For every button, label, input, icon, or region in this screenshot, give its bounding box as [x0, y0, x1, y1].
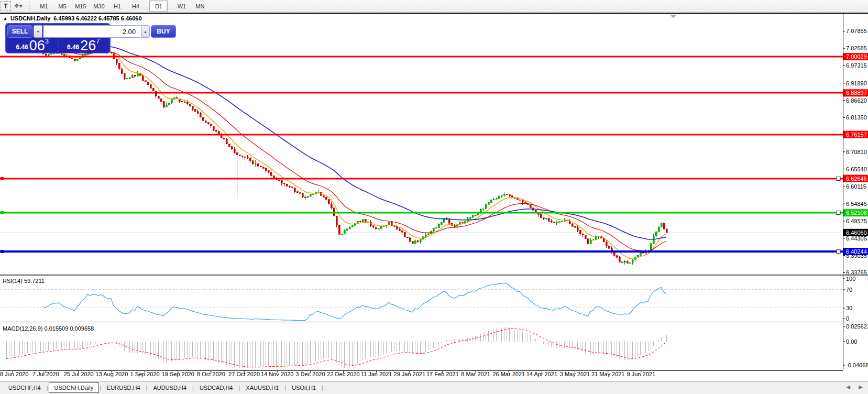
timeframe-m30-button[interactable]: M30 — [90, 1, 108, 12]
svg-text:6.52108: 6.52108 — [846, 210, 867, 216]
tab-scroll-left-icon[interactable]: ◀ — [847, 384, 851, 390]
sell-price-display[interactable]: 6.46 06 3 — [7, 38, 58, 52]
timeframe-h1-button[interactable]: H1 — [108, 1, 126, 12]
svg-text:6.81350: 6.81350 — [846, 114, 867, 121]
svg-text:7 Jul 2020: 7 Jul 2020 — [32, 371, 59, 377]
svg-text:7.07855: 7.07855 — [846, 28, 867, 34]
svg-text:19 Sep 2020: 19 Sep 2020 — [162, 371, 194, 377]
svg-text:100: 100 — [846, 276, 855, 282]
timeframe-w1-button[interactable]: W1 — [172, 1, 191, 12]
price-chart[interactable]: 10070300RSI(14) 59.72110.0256230.00-0.04… — [0, 0, 868, 394]
buy-price-display[interactable]: 6.46 26 7 — [59, 38, 109, 52]
tab-scroll-arrows: ◀ ▶ — [847, 384, 863, 390]
svg-text:27 Oct 2020: 27 Oct 2020 — [228, 371, 260, 377]
svg-text:3 Dec 2020: 3 Dec 2020 — [295, 371, 325, 377]
chart-tab-usdchf[interactable]: USDCHF,H4 — [3, 382, 46, 393]
volume-increase-button[interactable]: ▲ — [141, 25, 150, 38]
dropdown-arrow-icon: ▾ — [19, 3, 23, 9]
svg-text:-0.040687: -0.040687 — [846, 362, 868, 368]
cycle-symbols-button[interactable]: ❖ ▾ — [12, 1, 24, 11]
svg-text:70: 70 — [846, 287, 852, 293]
timeframe-d1-button[interactable]: D1 — [149, 1, 168, 12]
one-click-trading-panel: SELL ▼ ▲ BUY 6.46 06 3 6.46 26 7 — [5, 23, 111, 53]
text-tool-button[interactable]: T — [1, 1, 11, 11]
chart-title: ▲ USDCNH,Daily 6.45993 6.46222 6.45785 6… — [3, 15, 142, 21]
tab-divider: | — [321, 385, 324, 391]
rsi-label: RSI(14) 59.7211 — [3, 278, 45, 284]
svg-text:6.60115: 6.60115 — [846, 183, 866, 190]
svg-text:7.02585: 7.02585 — [846, 45, 867, 51]
chart-tab-usoil[interactable]: USOil,H1 — [287, 382, 321, 393]
svg-text:6.54845: 6.54845 — [846, 201, 867, 207]
volume-input[interactable] — [43, 25, 140, 38]
svg-text:0.00: 0.00 — [846, 338, 857, 345]
sell-price-prefix: 6.46 — [16, 43, 28, 51]
timeframe-h4-button[interactable]: H4 — [126, 1, 145, 12]
svg-text:6.88897: 6.88897 — [846, 90, 867, 96]
svg-text:9 Jun 2021: 9 Jun 2021 — [627, 371, 655, 377]
svg-text:6.49575: 6.49575 — [846, 218, 867, 224]
current-price-label: 6.46060 — [846, 229, 867, 236]
macd-histogram — [7, 327, 667, 368]
svg-text:6.33765: 6.33765 — [846, 269, 867, 276]
sell-price-point: 3 — [45, 39, 49, 44]
svg-text:21 May 2021: 21 May 2021 — [591, 371, 625, 377]
svg-text:6.70810: 6.70810 — [846, 149, 867, 155]
toolbar-separator — [0, 12, 868, 14]
top-toolbar: T ❖ ▾ M1M5M15M30H1H4D1W1MN — [0, 0, 868, 12]
svg-text:1 Sep 2020: 1 Sep 2020 — [130, 371, 159, 377]
svg-text:7.00029: 7.00029 — [846, 53, 867, 60]
chart-tab-usdcnh[interactable]: USDCNH,Daily — [49, 382, 100, 393]
chart-tabs-bar: USDCHF,H4|USDCNH,Daily|EURUSD,H4|AUDUSD,… — [0, 381, 868, 394]
chart-tab-xauusd[interactable]: XAUUSD,H1 — [240, 382, 284, 393]
svg-text:6.62646: 6.62646 — [846, 176, 867, 182]
timeframe-m1-button[interactable]: M1 — [35, 1, 53, 12]
candles — [6, 46, 667, 265]
svg-text:18 Jun 2020: 18 Jun 2020 — [0, 371, 28, 377]
svg-text:0: 0 — [846, 315, 849, 322]
timeframe-m15-button[interactable]: M15 — [71, 1, 90, 12]
svg-text:6.86620: 6.86620 — [846, 97, 867, 104]
timeframe-toolbar: M1M5M15M30H1H4D1W1MN — [35, 1, 209, 12]
macd-label: MACD(12,26,9) 0.015509 0.009658 — [3, 325, 94, 332]
svg-text:6.76157: 6.76157 — [846, 132, 867, 138]
chart-collapse-icon[interactable]: ▲ — [3, 16, 7, 21]
svg-text:22 Dec 2020: 22 Dec 2020 — [327, 371, 359, 377]
svg-text:3 May 2021: 3 May 2021 — [560, 371, 590, 377]
svg-text:11 Jan 2021: 11 Jan 2021 — [361, 371, 392, 377]
rsi-line — [43, 283, 666, 321]
volume-decrease-button[interactable]: ▼ — [34, 25, 42, 38]
svg-text:6.91890: 6.91890 — [846, 80, 867, 86]
svg-text:6.65540: 6.65540 — [846, 166, 867, 172]
svg-text:6.40244: 6.40244 — [846, 248, 867, 255]
chart-ohlc-values: 6.45993 6.46222 6.45785 6.46060 — [53, 15, 141, 21]
chart-tab-audusd[interactable]: AUDUSD,H4 — [148, 382, 192, 393]
svg-text:13 Aug 2020: 13 Aug 2020 — [96, 371, 128, 377]
svg-text:30: 30 — [846, 305, 852, 311]
svg-text:26 Mar 2021: 26 Mar 2021 — [492, 371, 525, 377]
buy-price-pips: 26 — [80, 39, 96, 52]
cycler-icon: ❖ — [14, 3, 19, 9]
tab-scroll-right-icon[interactable]: ▶ — [859, 384, 863, 390]
svg-text:25 Jul 2020: 25 Jul 2020 — [64, 371, 94, 377]
svg-text:14 Apr 2021: 14 Apr 2021 — [526, 371, 557, 377]
mt4-window: 10070300RSI(14) 59.72110.0256230.00-0.04… — [0, 0, 868, 394]
svg-text:8 Oct 2020: 8 Oct 2020 — [197, 371, 225, 377]
svg-text:14 Nov 2020: 14 Nov 2020 — [261, 371, 293, 377]
svg-text:6.97315: 6.97315 — [846, 62, 867, 69]
toolbar-gripper — [29, 2, 31, 10]
buy-button[interactable]: BUY — [151, 25, 176, 38]
timeframe-mn-button[interactable]: MN — [191, 1, 209, 12]
timeframe-m5-button[interactable]: M5 — [53, 1, 71, 12]
buy-price-prefix: 6.46 — [67, 43, 79, 51]
sell-price-pips: 06 — [29, 39, 45, 52]
sell-button[interactable]: SELL — [7, 25, 32, 38]
svg-text:17 Feb 2021: 17 Feb 2021 — [426, 371, 459, 377]
buy-price-point: 7 — [96, 39, 100, 44]
svg-text:29 Jan 2021: 29 Jan 2021 — [394, 371, 426, 377]
scroll-marker-icon — [670, 15, 676, 18]
chart-tab-eurusd[interactable]: EURUSD,H4 — [102, 382, 146, 393]
chart-symbol-period: USDCNH,Daily — [10, 15, 50, 21]
chart-tab-usdcad[interactable]: USDCAD,H4 — [194, 382, 238, 393]
svg-text:0.025623: 0.025623 — [846, 323, 868, 330]
